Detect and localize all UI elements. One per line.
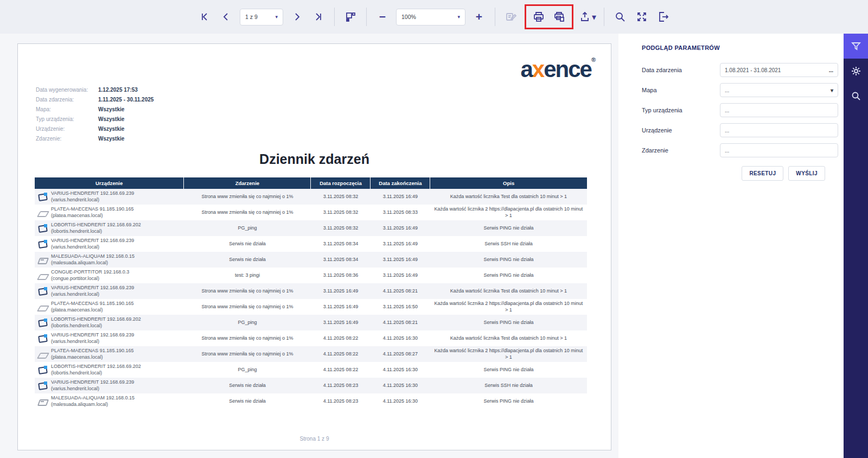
device-name: PLATEA-MAECENAS 91.185.190.165	[51, 301, 133, 307]
rail-settings-button[interactable]	[844, 59, 868, 84]
parameter-value: 1.08.2021 - 31.08.2021	[725, 67, 781, 73]
start-date-cell: 3.11.2025 08:32	[311, 220, 371, 236]
description-cell: Każda wartość licznika 2 https://dlapacj…	[430, 205, 587, 220]
zoom-in-button[interactable]: +	[471, 7, 487, 27]
axence-logo: axence®	[520, 57, 596, 81]
start-date-cell: 4.11.2025 08:23	[311, 378, 371, 393]
edit-document-icon	[505, 11, 517, 23]
report-meta: Data wygenerowania: 1.12.2025 17:53 Data…	[36, 85, 154, 144]
device-name: PLATEA-MAECENAS 91.185.190.165	[51, 206, 133, 212]
meta-row: Data zdarzenia: 1.11.2025 - 30.11.2025	[36, 95, 154, 105]
device-host: (congue.porttitor.local)	[51, 276, 129, 282]
logo-text: ence	[544, 56, 591, 82]
parameter-input[interactable]: ...	[720, 103, 838, 117]
zoom-select-value: 100%	[401, 14, 416, 20]
export-icon	[579, 10, 592, 23]
device-name: LOBORTIS-HENDRERIT 192.168.69.202	[51, 364, 141, 370]
device-name: PLATEA-MAECENAS 91.185.190.165	[51, 348, 133, 354]
description-cell: Serwis PING nie działa	[430, 315, 587, 330]
meta-row: Data wygenerowania: 1.12.2025 17:53	[36, 85, 154, 95]
event-cell: Strona www zmieniła się co najmniej o 1%	[184, 346, 311, 362]
description-cell: Serwis PING nie działa	[430, 268, 587, 283]
device-icon	[38, 334, 47, 343]
previous-page-button[interactable]	[218, 7, 234, 27]
export-button[interactable]: ▾	[579, 7, 596, 27]
chevron-right-icon	[291, 11, 302, 22]
parameter-row: Urządzenie ...	[642, 123, 838, 137]
print-page-button[interactable]	[551, 7, 567, 27]
filter-icon	[851, 41, 861, 52]
column-header: Zdarzenie	[184, 177, 311, 189]
parameter-input[interactable]: ...	[720, 143, 838, 157]
meta-value: Wszystkie	[98, 134, 124, 144]
parameter-input[interactable]: ...	[720, 123, 838, 137]
parameter-label: Zdarzenie	[642, 147, 720, 154]
parameter-input[interactable]: ... ▾	[720, 83, 838, 97]
device-name: VARIUS-HENDRERIT 192.168.69.239	[51, 332, 134, 338]
start-date-cell: 3.11.2025 08:32	[311, 205, 371, 220]
logo-text: a	[520, 56, 532, 82]
parameter-row: Mapa ... ▾	[642, 83, 838, 97]
table-row: PLATEA-MAECENAS 91.185.190.165 (platea.m…	[35, 346, 587, 362]
parameter-row: Typ urządzenia ...	[642, 103, 838, 117]
meta-row: Zdarzenie: Wszystkie	[36, 134, 154, 144]
event-cell: Serwis nie działa	[184, 378, 311, 393]
parameter-value: ...	[725, 128, 729, 133]
search-icon	[614, 11, 626, 23]
end-date-cell: 4.11.2025 08:21	[371, 283, 430, 299]
device-name: VARIUS-HENDRERIT 192.168.69.239	[51, 238, 134, 244]
edit-report-button[interactable]	[503, 7, 519, 27]
device-host: (lobortis.hendrerit.local)	[51, 228, 141, 234]
parameter-label: Data zdarzenia	[642, 67, 720, 73]
device-host: (lobortis.hendrerit.local)	[51, 370, 141, 376]
start-date-cell: 4.11.2025 08:22	[311, 362, 371, 378]
description-cell: Serwis SSH nie działa	[430, 236, 587, 252]
meta-value: Wszystkie	[98, 124, 124, 134]
parameter-row: Zdarzenie ...	[642, 143, 838, 157]
description-cell: Każda wartość licznika Test dla ostatnic…	[430, 189, 587, 205]
device-name: MALESUADA-ALIQUAM 192.168.0.15	[51, 395, 135, 401]
start-date-cell: 3.11.2025 08:32	[311, 189, 371, 205]
rail-search-button[interactable]	[844, 84, 868, 109]
device-icon	[38, 256, 47, 264]
end-date-cell: 4.11.2025 16:30	[371, 393, 430, 409]
zoom-out-button[interactable]: −	[374, 7, 391, 27]
event-cell: Strona www zmieniła się co najmniej o 1%	[184, 189, 311, 205]
device-host: (platea.maecenas.local)	[51, 307, 133, 313]
start-date-cell: 3.11.2025 08:34	[311, 236, 371, 252]
device-name: VARIUS-HENDRERIT 192.168.69.239	[51, 190, 134, 196]
start-date-cell: 3.11.2025 08:34	[311, 252, 371, 268]
chevron-down-icon: ▾	[592, 12, 596, 22]
table-row: LOBORTIS-HENDRERIT 192.168.69.202 (lobor…	[35, 315, 587, 330]
rail-filter-button[interactable]	[844, 34, 868, 59]
last-page-button[interactable]	[310, 7, 327, 27]
fullscreen-button[interactable]	[634, 7, 650, 27]
event-cell: PG_ping	[184, 220, 311, 236]
parameter-control-icon: ...	[829, 67, 833, 73]
meta-row: Urządzenie: Wszystkie	[36, 124, 154, 134]
first-page-button[interactable]	[196, 7, 213, 27]
end-date-cell: 4.11.2025 08:27	[371, 346, 430, 362]
send-button[interactable]: WYŚLIJ	[788, 166, 825, 181]
next-page-button[interactable]	[289, 7, 305, 27]
page-select[interactable]: 1 z 9 ▾	[240, 9, 283, 26]
device-host: (varius.hendrerit.local)	[51, 197, 134, 203]
device-name: VARIUS-HENDRERIT 192.168.69.239	[51, 379, 134, 385]
device-icon	[38, 303, 47, 311]
table-row: CONGUE-PORTTITOR 192.168.0.3 (congue.por…	[35, 268, 587, 283]
zoom-select[interactable]: 100% ▾	[396, 9, 465, 26]
event-cell: test: 3 pingi	[184, 268, 311, 283]
reset-button[interactable]: RESETUJ	[742, 166, 783, 181]
fullscreen-icon	[636, 11, 648, 23]
right-rail	[844, 34, 868, 458]
exit-button[interactable]	[655, 7, 672, 27]
thumbnails-button[interactable]	[342, 7, 359, 27]
event-cell: Serwis nie działa	[184, 252, 311, 268]
table-header-row: UrządzenieZdarzenieData rozpoczęciaData …	[35, 177, 587, 189]
meta-label: Data wygenerowania:	[36, 85, 98, 95]
print-button[interactable]	[531, 7, 547, 27]
parameter-input[interactable]: 1.08.2021 - 31.08.2021 ...	[720, 63, 838, 77]
description-cell: Każda wartość licznika Test dla ostatnic…	[430, 283, 587, 299]
device-host: (varius.hendrerit.local)	[51, 386, 134, 392]
search-button[interactable]	[612, 7, 628, 27]
